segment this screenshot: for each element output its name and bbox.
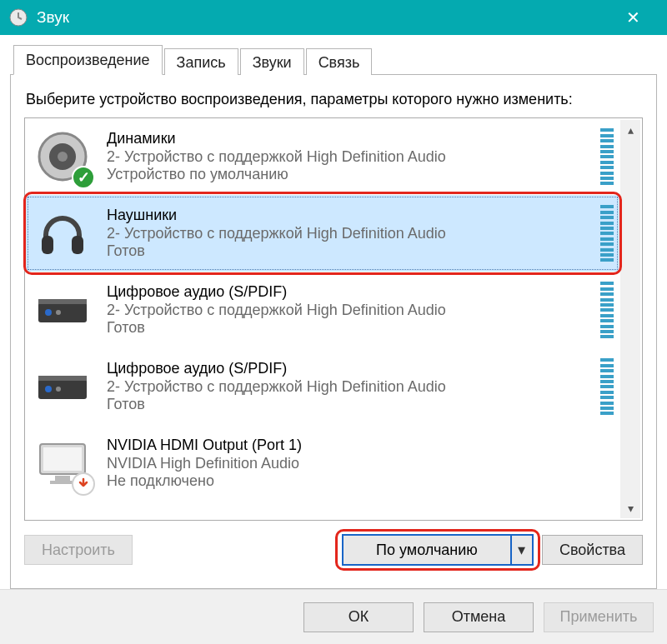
app-icon [8,7,28,27]
set-default-dropdown[interactable]: ▾ [510,536,532,564]
tab-playback[interactable]: Воспроизведение [13,45,163,75]
device-name: NVIDIA HDMI Output (Port 1) [107,437,614,455]
ok-button[interactable]: ОК [303,602,414,632]
svg-rect-16 [55,476,70,481]
device-status: Устройство по умолчанию [107,166,594,184]
device-description: NVIDIA High Definition Audio [107,455,614,473]
device-description: 2- Устройство с поддержкой High Definiti… [107,148,594,167]
device-actions: Настроить По умолчанию ▾ Свойства [24,521,643,566]
close-button[interactable]: ✕ [604,0,662,35]
svg-rect-4 [42,236,53,254]
device-description: 2- Устройство с поддержкой High Definiti… [107,225,594,243]
svg-point-12 [45,386,52,392]
dialog-footer: ОК Отмена Применить [0,589,667,644]
client-area: ВоспроизведениеЗаписьЗвукиСвязь Выберите… [0,35,667,589]
svg-rect-5 [72,236,83,254]
level-meter [600,128,614,185]
device-description: 2- Устройство с поддержкой High Definiti… [107,302,594,320]
device-name: Динамики [107,130,594,148]
svg-point-13 [56,387,61,392]
svg-rect-15 [43,447,82,471]
tab-comm[interactable]: Связь [306,48,373,75]
spdif-icon [33,281,92,339]
monitor-icon [33,434,92,492]
svg-point-8 [45,309,52,316]
device-status: Готов [107,242,594,261]
instruction-text: Выберите устройство воспроизведения, пар… [26,90,641,109]
scrollbar[interactable]: ▴ ▾ [620,120,640,518]
headphones-icon [33,204,92,262]
device-status: Готов [107,396,594,414]
window-title: Звук [37,8,604,27]
device-list[interactable]: ✓Динамики2- Устройство с поддержкой High… [24,117,643,521]
cancel-button[interactable]: Отмена [424,602,534,632]
device-name: Цифровое аудио (S/PDIF) [107,283,594,302]
tab-sounds[interactable]: Звуки [240,48,304,75]
device-description: 2- Устройство с поддержкой High Definiti… [107,378,594,397]
device-row[interactable]: Наушники2- Устройство с поддержкой High … [25,195,620,272]
device-row[interactable]: Цифровое аудио (S/PDIF)2- Устройство с п… [25,348,620,425]
configure-button[interactable]: Настроить [24,535,133,565]
device-status: Не подключено [107,472,614,491]
svg-rect-7 [38,299,87,304]
level-meter [600,358,614,415]
level-meter [600,205,614,262]
device-row[interactable]: NVIDIA HDMI Output (Port 1)NVIDIA High D… [25,425,620,502]
device-row[interactable]: ✓Динамики2- Устройство с поддержкой High… [25,118,620,195]
speaker-icon: ✓ [33,127,92,186]
device-name: Наушники [107,207,594,225]
svg-rect-11 [38,376,87,381]
set-default-button[interactable]: По умолчанию [344,536,510,564]
set-default-split-button[interactable]: По умолчанию ▾ [342,534,534,566]
sound-dialog: Звук ✕ ВоспроизведениеЗаписьЗвукиСвязь В… [0,0,667,644]
spdif-icon [33,357,92,416]
properties-button[interactable]: Свойства [542,535,643,565]
device-status: Готов [107,319,594,337]
tab-record[interactable]: Запись [164,48,238,75]
apply-button[interactable]: Применить [544,602,654,632]
tab-playback-page: Выберите устройство воспроизведения, пар… [10,75,657,589]
svg-point-9 [56,310,61,315]
scroll-down-button[interactable]: ▾ [620,498,640,518]
scroll-up-button[interactable]: ▴ [620,120,640,140]
device-row[interactable]: Цифровое аудио (S/PDIF)2- Устройство с п… [25,272,620,348]
device-name: Цифровое аудио (S/PDIF) [107,360,594,378]
level-meter [600,282,614,338]
titlebar: Звук ✕ [0,0,667,35]
tab-strip: ВоспроизведениеЗаписьЗвукиСвязь [10,45,657,75]
svg-point-3 [58,152,68,162]
